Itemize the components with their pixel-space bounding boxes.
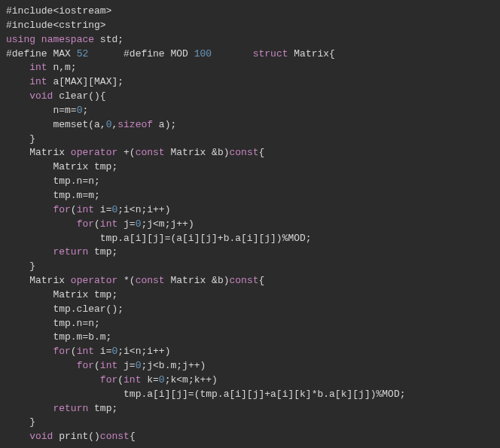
code-line: using namespace std; — [6, 33, 494, 47]
code-token: { — [259, 275, 265, 286]
code-token: 0 — [159, 374, 165, 386]
code-line: for(int j=0;j<m;j++) — [6, 218, 494, 232]
code-token — [6, 90, 29, 102]
code-token: Matrix — [6, 275, 71, 286]
code-token: Matrix tmp; — [6, 161, 117, 172]
code-token: int — [77, 346, 94, 357]
code-token — [6, 218, 77, 230]
code-token: operator — [71, 147, 117, 158]
code-token: i= — [94, 346, 111, 357]
code-token: ;j<b.m;j++) — [141, 360, 206, 371]
code-token — [35, 34, 41, 45]
code-token: ( — [71, 346, 77, 357]
code-token: const — [230, 147, 259, 158]
code-line: for(int k=0;k<m;k++) — [6, 373, 494, 388]
code-line: for(int i=0;i<n;i++) — [6, 203, 494, 218]
code-line: void clear(){ — [6, 90, 494, 104]
code-token: #define MOD — [88, 48, 194, 59]
code-token: const — [230, 275, 259, 286]
code-token — [6, 346, 53, 357]
code-token: return — [53, 403, 88, 414]
code-token: tmp; — [88, 403, 117, 414]
code-token: tmp; — [88, 246, 117, 258]
code-token: } — [6, 261, 35, 272]
code-token: Matrix &b) — [165, 147, 230, 158]
code-token: j= — [117, 218, 135, 230]
code-token: a); — [153, 119, 176, 130]
code-token — [6, 204, 53, 215]
code-token — [6, 374, 100, 386]
code-token: ;k<m;k++) — [165, 374, 218, 386]
code-token: { — [130, 431, 136, 442]
code-token: i= — [94, 204, 111, 215]
code-token: print() — [53, 431, 99, 442]
code-token: void — [29, 90, 53, 102]
code-line: void print()const{ — [6, 430, 494, 444]
code-line: memset(a,0,sizeof a); — [6, 118, 494, 133]
code-token: clear(){ — [53, 90, 105, 102]
code-token — [6, 76, 29, 87]
code-line: tmp.m=m; — [6, 189, 494, 203]
code-token: struct — [253, 48, 288, 59]
code-token: n=m= — [6, 105, 77, 116]
code-token: ; — [82, 105, 88, 116]
code-token: 52 — [77, 48, 89, 59]
code-token: const — [100, 431, 130, 442]
code-line: } — [6, 260, 494, 274]
code-token: } — [6, 133, 35, 145]
code-line: Matrix tmp; — [6, 288, 494, 303]
code-line: tmp.m=b.m; — [6, 331, 494, 345]
code-token: ( — [117, 374, 123, 386]
code-token: memset(a, — [6, 119, 106, 130]
code-line: Matrix tmp; — [6, 160, 494, 175]
code-token: *( — [117, 275, 135, 286]
code-line: tmp.clear(); — [6, 303, 494, 317]
code-line: tmp.n=n; — [6, 317, 494, 331]
code-block: #include<iostream>#include<cstring>using… — [0, 0, 500, 448]
code-token: operator — [71, 275, 117, 286]
code-token: tmp.a[i][j]=(a[i][j]+b.a[i][j])%MOD; — [6, 233, 312, 244]
code-token: for — [77, 218, 94, 230]
code-token: int — [100, 360, 117, 371]
code-token — [6, 360, 77, 371]
code-token: int — [77, 204, 94, 215]
code-token: ( — [94, 360, 100, 371]
code-token — [6, 431, 29, 442]
code-line: } — [6, 416, 494, 430]
code-line: } — [6, 133, 494, 147]
code-token: tmp.n=n; — [6, 175, 100, 187]
code-token: tmp.a[i][j]=(tmp.a[i][j]+a[i][k]*b.a[k][… — [6, 389, 406, 400]
code-token: tmp.m=b.m; — [6, 331, 111, 343]
code-token: a[MAX][MAX]; — [47, 76, 123, 87]
code-token: Matrix tmp; — [6, 289, 117, 300]
code-line: #include<cstring> — [6, 19, 494, 33]
code-token: const — [136, 275, 165, 286]
code-token: sizeof — [117, 119, 153, 130]
code-token: Matrix &b) — [165, 275, 230, 286]
code-line: return tmp; — [6, 245, 494, 260]
code-line: return tmp; — [6, 402, 494, 416]
code-line: #include<iostream> — [6, 5, 494, 19]
code-token: k= — [141, 374, 158, 386]
code-token: int — [123, 374, 141, 386]
code-token: ( — [94, 218, 100, 230]
code-line: Matrix operator *(const Matrix &b)const{ — [6, 274, 494, 288]
code-line: tmp.a[i][j]=(a[i][j]+b.a[i][j])%MOD; — [6, 232, 494, 246]
code-token: 100 — [194, 48, 212, 59]
code-token: void — [29, 431, 53, 442]
code-line: tmp.a[i][j]=(tmp.a[i][j]+a[i][k]*b.a[k][… — [6, 388, 494, 402]
code-token: Matrix — [6, 147, 71, 158]
code-token: #include<iostream> — [6, 5, 111, 17]
code-token: Matrix{ — [288, 48, 335, 59]
code-token: namespace — [41, 34, 94, 45]
code-token: const — [136, 147, 165, 158]
code-token: tmp.n=n; — [6, 318, 100, 329]
code-line: for(int j=0;j<b.m;j++) — [6, 359, 494, 373]
code-line: #define MAX 52 #define MOD 100 struct Ma… — [6, 47, 494, 62]
code-token: for — [100, 374, 117, 386]
code-line: n=m=0; — [6, 104, 494, 118]
code-token: for — [53, 346, 70, 357]
code-lines: #include<iostream>#include<cstring>using… — [6, 5, 494, 444]
code-token: ( — [71, 204, 77, 215]
code-line: int a[MAX][MAX]; — [6, 75, 494, 90]
